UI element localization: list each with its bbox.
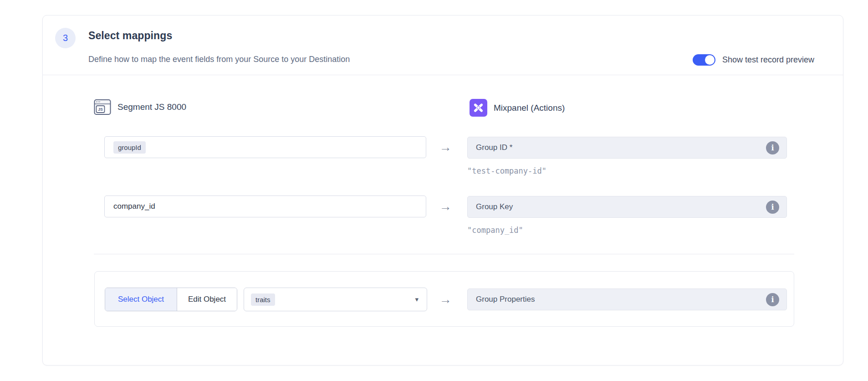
- object-mode-button-group: Select Object Edit Object: [105, 288, 237, 311]
- step-badge: 3: [55, 28, 76, 48]
- source-field-input-2[interactable]: company_id: [104, 196, 426, 217]
- js-icon-text: JS: [98, 107, 103, 112]
- mixpanel-icon: [470, 99, 487, 117]
- mapping-arrow-icon: →: [439, 200, 452, 213]
- mapping-arrow-icon: →: [439, 293, 452, 306]
- show-test-record-toggle[interactable]: [693, 54, 715, 66]
- section-subtitle: Define how to map the event fields from …: [88, 54, 350, 65]
- header-divider: [43, 75, 843, 75]
- select-object-button[interactable]: Select Object: [105, 288, 177, 311]
- chevron-down-icon: ▾: [415, 295, 419, 304]
- field-token: traits: [251, 293, 275, 306]
- destination-field-label: Group ID *: [476, 143, 766, 152]
- destination-field-group-key: Group Key i: [467, 196, 787, 218]
- mapping-arrow-icon: →: [439, 141, 452, 154]
- section-divider: [94, 254, 794, 254]
- info-icon[interactable]: i: [766, 293, 779, 306]
- edit-object-button[interactable]: Edit Object: [177, 288, 237, 311]
- destination-name: Mixpanel (Actions): [494, 103, 565, 113]
- toggle-label: Show test record preview: [722, 54, 814, 66]
- field-text: company_id: [113, 202, 155, 211]
- object-path-select[interactable]: traits ▾: [244, 288, 427, 311]
- toggle-knob: [705, 55, 715, 65]
- info-icon[interactable]: i: [766, 141, 779, 154]
- destination-field-label: Group Properties: [476, 295, 766, 304]
- destination-header: Mixpanel (Actions): [470, 99, 565, 117]
- select-mappings-card: 3 Select mappings Define how to map the …: [42, 15, 843, 366]
- step-number: 3: [63, 33, 68, 43]
- source-header: JS Segment JS 8000: [94, 99, 186, 115]
- browser-js-icon: JS: [94, 99, 111, 115]
- field-token: groupId: [113, 141, 146, 154]
- destination-field-group-properties: Group Properties i: [467, 288, 787, 310]
- test-preview-value: "company_id": [467, 225, 523, 235]
- source-name: Segment JS 8000: [117, 102, 186, 112]
- test-preview-value: "test-company-id": [467, 166, 546, 176]
- section-title: Select mappings: [88, 29, 172, 42]
- destination-field-group-id: Group ID * i: [467, 137, 787, 159]
- source-field-input-1[interactable]: groupId: [104, 136, 426, 158]
- info-icon[interactable]: i: [766, 201, 779, 214]
- destination-field-label: Group Key: [476, 202, 766, 211]
